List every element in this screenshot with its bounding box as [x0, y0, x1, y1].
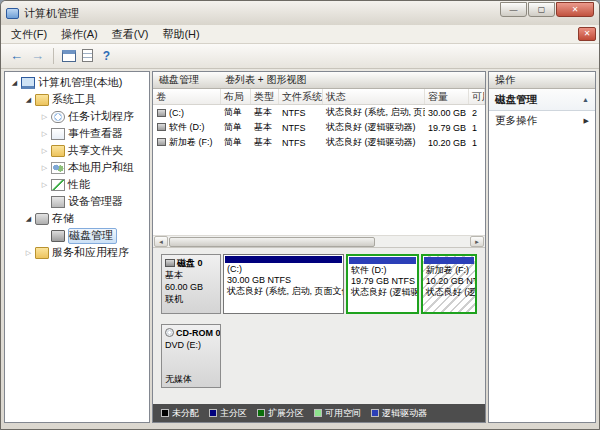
tree-item-system-tools[interactable]: ◢ 系统工具 — [5, 91, 149, 108]
logical-drive-strip — [424, 257, 474, 264]
collapse-icon[interactable]: ▷ — [23, 249, 34, 257]
tree-item-task-scheduler[interactable]: ▷ 任务计划程序 — [5, 108, 149, 125]
titlebar[interactable]: 计算机管理 — ▢ ✕ — [1, 1, 599, 25]
collapse-icon[interactable]: ▷ — [39, 113, 50, 121]
tree-item-computer-management[interactable]: ◢ 计算机管理(本地) — [5, 74, 149, 91]
volume-row-c[interactable]: (C:) 简单 基本 NTFS 状态良好 (系统, 启动, 页面文件, 活动, … — [153, 105, 485, 120]
legend-logical-drive: 逻辑驱动器 — [371, 407, 427, 420]
content-area: ◢ 计算机管理(本地) ◢ 系统工具 ▷ 任务计划程序 ▷ 事件查看器 ▷ — [4, 71, 596, 423]
partition-d[interactable]: 软件 (D:) 19.79 GB NTFS 状态良好 (逻辑驱动器) — [346, 254, 419, 314]
column-volume[interactable]: 卷 — [153, 89, 221, 104]
actions-title: 操作 — [489, 72, 595, 89]
tree-item-disk-management[interactable]: 磁盘管理 — [5, 227, 149, 244]
tree-item-shared-folders[interactable]: ▷ 共享文件夹 — [5, 142, 149, 159]
volume-row-d[interactable]: 软件 (D:) 简单 基本 NTFS 状态良好 (逻辑驱动器) 19.79 GB… — [153, 120, 485, 135]
collapse-icon[interactable]: ▷ — [39, 181, 50, 189]
computer-management-window: 计算机管理 — ▢ ✕ 文件(F) 操作(A) 查看(V) 帮助(H) ✕ ← … — [0, 0, 600, 430]
column-status[interactable]: 状态 — [323, 89, 425, 104]
legend-swatch — [209, 409, 217, 417]
collapse-icon[interactable]: ▷ — [39, 147, 50, 155]
legend-bar: 未分配 主分区 扩展分区 可用空间 逻辑驱动器 — [153, 404, 485, 422]
more-actions-arrow-icon: ▶ — [584, 117, 589, 125]
expand-icon[interactable]: ◢ — [9, 79, 20, 87]
column-free-space[interactable]: 可用空间 — [469, 89, 485, 104]
tree-item-local-users-groups[interactable]: ▷ 本地用户和组 — [5, 159, 149, 176]
scroll-left-icon[interactable]: ◄ — [154, 236, 168, 247]
actions-group-disk-management[interactable]: 磁盘管理 ▲ — [489, 89, 595, 111]
system-tools-icon — [35, 94, 49, 106]
legend-swatch — [257, 409, 265, 417]
forward-icon[interactable]: → — [28, 47, 47, 66]
logical-drive-strip — [349, 257, 416, 264]
expand-icon[interactable]: ◢ — [23, 96, 34, 104]
event-viewer-icon — [51, 128, 65, 140]
graphical-view: 磁盘 0 基本 60.00 GB 联机 (C:) 30.00 GB NTFS 状… — [153, 248, 485, 404]
legend-unallocated: 未分配 — [161, 407, 199, 420]
console-tree-icon[interactable] — [60, 48, 77, 64]
pane-view-mode: 卷列表 + 图形视图 — [225, 73, 306, 87]
media-status: 无媒体 — [165, 373, 217, 385]
cdrom-0-row: CD-ROM 0 DVD (E:) 无媒体 — [161, 324, 477, 388]
close-button[interactable]: ✕ — [556, 2, 594, 17]
column-layout[interactable]: 布局 — [221, 89, 251, 104]
pane-title: 磁盘管理 — [159, 73, 199, 87]
window-controls: — ▢ ✕ — [500, 2, 594, 17]
legend-swatch — [371, 409, 379, 417]
more-actions[interactable]: 更多操作 ▶ — [489, 111, 595, 131]
primary-partition-strip — [225, 256, 342, 263]
volume-row-f[interactable]: 新加卷 (F:) 简单 基本 NTFS 状态良好 (逻辑驱动器) 10.20 G… — [153, 135, 485, 150]
legend-swatch — [314, 409, 322, 417]
minimize-button[interactable]: — — [500, 2, 527, 17]
menu-view[interactable]: 查看(V) — [105, 25, 156, 43]
collapse-icon[interactable]: ▷ — [39, 164, 50, 172]
legend-swatch — [161, 409, 169, 417]
disk-management-pane: 磁盘管理 卷列表 + 图形视图 卷 布局 类型 文件系统 状态 容量 可用空间 … — [152, 71, 486, 423]
tree-item-services-applications[interactable]: ▷ 服务和应用程序 — [5, 244, 149, 261]
horizontal-scrollbar[interactable]: ◄ ► — [153, 235, 485, 248]
column-capacity[interactable]: 容量 — [425, 89, 469, 104]
actions-pane: 操作 磁盘管理 ▲ 更多操作 ▶ — [488, 71, 596, 423]
pane-header: 磁盘管理 卷列表 + 图形视图 — [153, 72, 485, 89]
app-icon — [6, 8, 19, 19]
menu-action[interactable]: 操作(A) — [54, 25, 105, 43]
scrollbar-thumb[interactable] — [169, 237, 375, 247]
maximize-button[interactable]: ▢ — [528, 2, 555, 17]
volume-list: 卷 布局 类型 文件系统 状态 容量 可用空间 (C:) 简单 基本 NTFS … — [153, 89, 485, 235]
shared-folders-icon — [51, 145, 65, 157]
collapse-icon[interactable]: ▲ — [582, 96, 589, 103]
collapse-icon[interactable]: ▷ — [39, 130, 50, 138]
tree-item-device-manager[interactable]: 设备管理器 — [5, 193, 149, 210]
menu-file[interactable]: 文件(F) — [4, 25, 54, 43]
device-manager-icon — [51, 196, 65, 208]
cdrom-0-label[interactable]: CD-ROM 0 DVD (E:) 无媒体 — [161, 324, 221, 388]
console-close-button[interactable]: ✕ — [578, 27, 596, 41]
menubar: 文件(F) 操作(A) 查看(V) 帮助(H) ✕ — [1, 25, 599, 44]
selected-tree-item[interactable]: 磁盘管理 — [68, 228, 117, 244]
cd-icon — [165, 328, 174, 337]
tree-item-event-viewer[interactable]: ▷ 事件查看器 — [5, 125, 149, 142]
volume-list-header: 卷 布局 类型 文件系统 状态 容量 可用空间 — [153, 89, 485, 105]
back-icon[interactable]: ← — [7, 47, 26, 66]
partition-c[interactable]: (C:) 30.00 GB NTFS 状态良好 (系统, 启动, 页面文件, 活… — [223, 254, 344, 314]
disk-management-icon — [51, 230, 65, 242]
task-scheduler-icon — [51, 111, 65, 123]
column-filesystem[interactable]: 文件系统 — [279, 89, 323, 104]
volume-icon — [157, 109, 166, 117]
computer-icon — [21, 77, 35, 89]
toolbar-separator — [53, 48, 54, 64]
column-type[interactable]: 类型 — [251, 89, 279, 104]
tree-item-storage[interactable]: ◢ 存储 — [5, 210, 149, 227]
help-icon[interactable]: ? — [98, 48, 115, 64]
disk-0-label[interactable]: 磁盘 0 基本 60.00 GB 联机 — [161, 254, 221, 314]
disk-drive-icon — [165, 259, 175, 267]
tree-item-performance[interactable]: ▷ 性能 — [5, 176, 149, 193]
scroll-right-icon[interactable]: ► — [470, 236, 484, 247]
disk-0-row: 磁盘 0 基本 60.00 GB 联机 (C:) 30.00 GB NTFS 状… — [161, 254, 477, 314]
users-icon — [51, 162, 65, 174]
toolbar: ← → ? — [1, 44, 599, 69]
expand-icon[interactable]: ◢ — [23, 215, 34, 223]
properties-icon[interactable] — [79, 48, 96, 64]
partition-f-selected[interactable]: 新加卷 (F:) 10.20 GB NTFS 状态良好 (逻辑驱动器) — [421, 254, 477, 314]
menu-help[interactable]: 帮助(H) — [155, 25, 206, 43]
window-title: 计算机管理 — [24, 6, 79, 21]
